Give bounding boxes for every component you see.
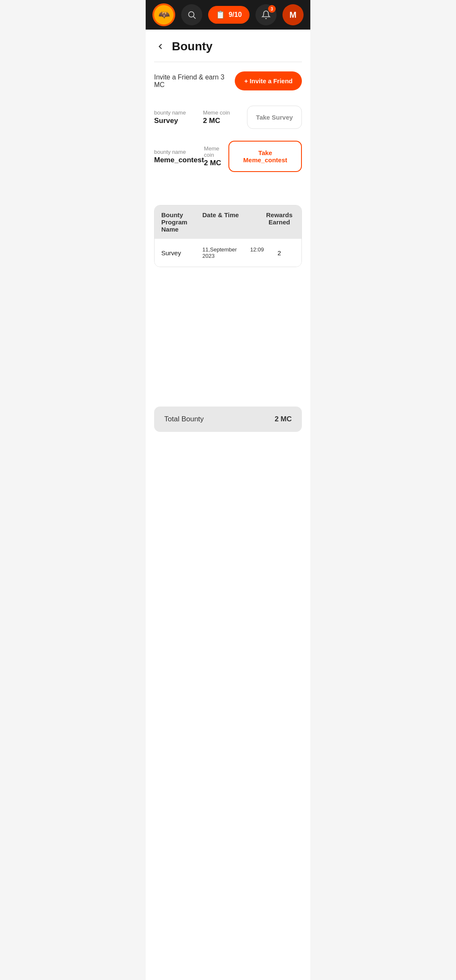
bounty-info-survey: bounty name Survey (154, 109, 186, 125)
app-logo: 🦇 (152, 3, 175, 26)
main-content: Bounty Invite a Friend & earn 3 MC + Inv… (146, 30, 310, 980)
bounty-table: Bounty Program Name Date & Time Rewards … (154, 205, 302, 267)
coin-label-2: Meme coin (204, 145, 228, 158)
header: 🦇 📋 9/10 3 M (146, 0, 310, 30)
cell-date-date-1: 11,September 2023 (202, 246, 247, 259)
page-title: Bounty (172, 40, 212, 53)
page-title-row: Bounty (146, 30, 310, 62)
col-rewards-header: Rewards Earned (264, 211, 295, 233)
bat-icon: 🦇 (158, 10, 170, 19)
take-meme-button[interactable]: Take Meme_contest (228, 141, 302, 172)
coin-label-1: Meme coin (203, 109, 230, 116)
notification-button[interactable]: 3 (255, 4, 277, 25)
bounty-name-survey: Survey (154, 117, 186, 125)
bounty-item-survey: bounty name Survey Meme coin 2 MC Take S… (146, 100, 310, 135)
search-button[interactable] (181, 4, 202, 25)
cell-date-time-1: 12:09 (250, 246, 264, 259)
avatar-label: M (290, 10, 297, 20)
coin-info-meme: Meme coin 2 MC (204, 145, 228, 167)
invite-row: Invite a Friend & earn 3 MC + Invite a F… (146, 62, 310, 100)
bottom-spacer (146, 445, 310, 470)
take-survey-button[interactable]: Take Survey (247, 106, 302, 129)
bounty-name-meme: Meme_contest (154, 156, 204, 164)
coin-info-survey: Meme coin 2 MC (203, 109, 230, 125)
bounty-label-1: bounty name (154, 109, 186, 116)
bounty-label-2: bounty name (154, 149, 204, 155)
col-program-header: Bounty Program Name (161, 211, 202, 233)
cell-rewards-1: 2 (264, 249, 295, 257)
avatar-button[interactable]: M (282, 4, 304, 25)
logo-inner: 🦇 (154, 5, 174, 25)
total-bounty-row: Total Bounty 2 MC (154, 407, 302, 432)
bounty-info-meme: bounty name Meme_contest (154, 149, 204, 164)
progress-label: 9/10 (228, 11, 242, 19)
bounty-item-meme: bounty name Meme_contest Meme coin 2 MC … (146, 135, 310, 178)
coin-value-2: 2 MC (204, 159, 228, 167)
spacer-2 (146, 267, 310, 394)
table-header: Bounty Program Name Date & Time Rewards … (155, 205, 301, 239)
total-bounty-value: 2 MC (274, 415, 292, 423)
notification-badge: 3 (268, 5, 276, 13)
cell-date-1: 11,September 2023 12:09 (202, 246, 264, 259)
back-icon (156, 42, 165, 51)
total-bounty-label: Total Bounty (164, 415, 204, 423)
invite-friend-button[interactable]: + Invite a Friend (235, 71, 302, 90)
progress-icon: 📋 (216, 10, 225, 19)
invite-text: Invite a Friend & earn 3 MC (154, 74, 235, 89)
spacer-1 (146, 178, 310, 195)
svg-point-0 (189, 12, 194, 17)
search-icon (187, 10, 196, 19)
cell-program-1: Survey (161, 249, 202, 257)
svg-line-1 (193, 16, 195, 19)
progress-button[interactable]: 📋 9/10 (208, 6, 249, 24)
col-date-header: Date & Time (202, 211, 264, 233)
table-row: Survey 11,September 2023 12:09 2 (155, 239, 301, 267)
back-button[interactable] (154, 40, 167, 53)
coin-value-1: 2 MC (203, 117, 230, 125)
